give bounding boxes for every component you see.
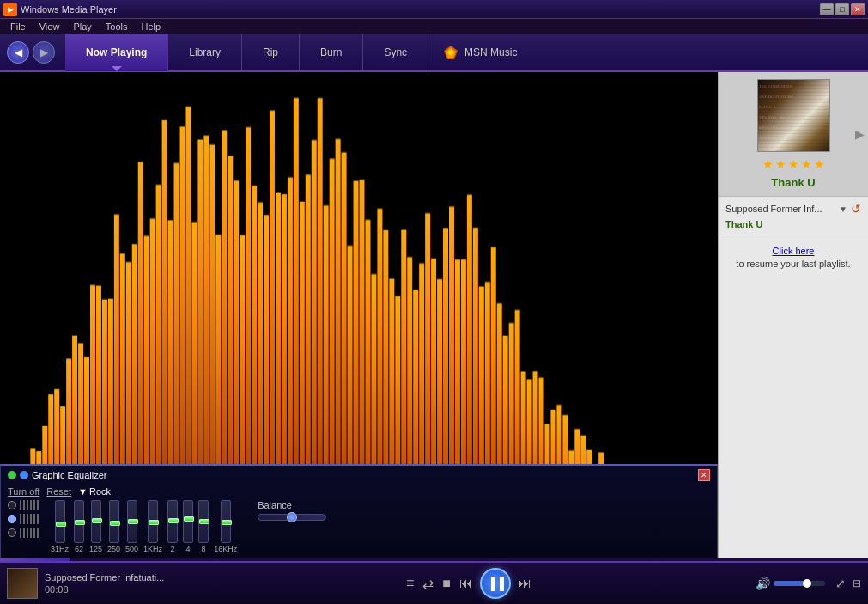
eq-radio-row-2 — [8, 514, 40, 524]
tab-library[interactable]: Library — [168, 34, 242, 71]
album-art-area: ▶ ★ ★ ★ ★ ★ Thank U — [719, 72, 868, 197]
next-track-arrow[interactable]: ▶ — [855, 127, 865, 141]
title-bar: ▶ Windows Media Player — □ ✕ — [0, 0, 868, 19]
stop-button[interactable]: ■ — [440, 574, 452, 593]
eq-title-bar: Graphic Equalizer ✕ — [8, 469, 710, 481]
album-art-overlay — [758, 80, 829, 151]
right-panel: ▶ ★ ★ ★ ★ ★ Thank U Supposed Former Inf.… — [718, 72, 868, 561]
eq-radio-2[interactable] — [8, 515, 16, 523]
eq-slider-4[interactable] — [127, 500, 137, 543]
eq-slider-label-4: 500 — [125, 545, 138, 553]
msn-logo-icon — [442, 44, 459, 61]
eq-preset-arrow: ▼ — [78, 486, 88, 497]
maximize-button[interactable]: □ — [835, 3, 849, 15]
eq-slider-9[interactable] — [221, 500, 231, 543]
tab-sync[interactable]: Sync — [363, 34, 428, 71]
minimize-button[interactable]: — — [820, 3, 834, 15]
visualizer-area: Graphic Equalizer ✕ Turn off Reset ▼ Roc… — [0, 72, 718, 561]
eq-slider-thumb-6 — [168, 518, 179, 523]
star-3: ★ — [788, 157, 799, 171]
eq-slider-group-9: 16KHz — [214, 500, 237, 553]
playlist-name: Supposed Former Inf... — [725, 204, 835, 214]
eq-preset-selector[interactable]: ▼ Rock — [78, 486, 111, 497]
resume-text: to resume your last playlist. — [725, 258, 861, 271]
star-2: ★ — [775, 157, 786, 171]
star-rating[interactable]: ★ ★ ★ ★ ★ — [762, 157, 825, 171]
eq-slider-thumb-9 — [222, 520, 232, 525]
eq-slider-thumb-4 — [128, 519, 138, 524]
eq-icon-2 — [20, 514, 40, 524]
eq-slider-2[interactable] — [91, 500, 101, 543]
app-title: Windows Media Player — [21, 4, 818, 15]
menu-play[interactable]: Play — [66, 19, 98, 34]
close-button[interactable]: ✕ — [851, 3, 865, 15]
menu-help[interactable]: Help — [134, 19, 167, 34]
eq-slider-8[interactable] — [198, 500, 209, 543]
menu-view[interactable]: View — [33, 19, 67, 34]
next-button[interactable]: ⏭ — [516, 574, 533, 593]
tab-rip[interactable]: Rip — [242, 34, 300, 71]
mini-player-button[interactable]: ⊟ — [853, 577, 861, 589]
equalizer-panel: Graphic Equalizer ✕ Turn off Reset ▼ Roc… — [0, 464, 718, 561]
eq-reset-button[interactable]: Reset — [46, 486, 71, 497]
eq-icon-3 — [20, 528, 40, 538]
transport-bar: Supposed Former Infatuati... 00:08 ≡ ⇄ ■… — [0, 561, 868, 604]
eq-sliders-section: 31Hz621252505001KHz24816KHz Balance — [8, 500, 710, 553]
eq-radio-row-1 — [8, 500, 40, 510]
eq-slider-label-6: 2 — [171, 545, 175, 553]
tab-msn-music[interactable]: MSN Music — [428, 34, 531, 71]
menu-file[interactable]: File — [3, 19, 33, 34]
eq-slider-6[interactable] — [167, 500, 178, 543]
fullscreen-button[interactable]: ⤢ — [835, 577, 846, 590]
eq-preset-label: Rock — [89, 486, 111, 497]
nav-bar: ◀ ▶ Now Playing Library Rip Burn Sync MS… — [0, 34, 868, 72]
eq-radio-row-3 — [8, 528, 40, 538]
eq-slider-7[interactable] — [183, 500, 193, 543]
click-here-link[interactable]: Click here — [773, 246, 815, 256]
pause-icon: ▐▐ — [487, 577, 504, 590]
eq-settings-button[interactable]: ≡ — [404, 574, 416, 593]
eq-slider-thumb-2 — [92, 518, 102, 523]
eq-slider-label-5: 1KHz — [143, 545, 162, 553]
eq-slider-thumb-5 — [149, 520, 159, 525]
eq-slider-3[interactable] — [109, 500, 119, 543]
track-info: Supposed Former Infatuati... 00:08 — [45, 572, 182, 595]
eq-slider-group-2: 125 — [89, 500, 102, 553]
forward-button[interactable]: ▶ — [33, 41, 55, 64]
transport-track-time: 00:08 — [45, 584, 182, 595]
nav-tabs: Now Playing Library Rip Burn Sync MSN Mu… — [65, 34, 861, 71]
tab-burn[interactable]: Burn — [300, 34, 363, 71]
eq-slider-thumb-3 — [110, 521, 120, 526]
transport-track-name: Supposed Former Infatuati... — [45, 572, 182, 583]
tab-now-playing[interactable]: Now Playing — [65, 34, 168, 71]
eq-close-button[interactable]: ✕ — [698, 469, 710, 481]
shuffle-button[interactable]: ⇄ — [421, 574, 435, 594]
eq-slider-label-1: 62 — [75, 545, 83, 553]
volume-area: 🔊 — [756, 577, 825, 590]
eq-slider-5[interactable] — [148, 500, 158, 543]
progress-bar[interactable] — [0, 558, 868, 561]
playlist-area: Supposed Former Inf... ▼ ↺ Thank U — [719, 197, 868, 235]
eq-slider-0[interactable] — [55, 500, 65, 543]
previous-button[interactable]: ⏮ — [458, 574, 475, 593]
eq-icon-1 — [20, 500, 40, 510]
volume-icon[interactable]: 🔊 — [756, 577, 770, 590]
msn-music-label: MSN Music — [464, 46, 517, 58]
playlist-dropdown-arrow: ▼ — [839, 204, 847, 214]
eq-radio-3[interactable] — [8, 528, 16, 537]
eq-slider-label-0: 31Hz — [51, 545, 69, 553]
eq-turnoff-button[interactable]: Turn off — [8, 486, 39, 497]
eq-dot-green — [8, 471, 16, 479]
balance-track[interactable] — [258, 514, 326, 521]
back-button[interactable]: ◀ — [7, 41, 29, 64]
menu-tools[interactable]: Tools — [99, 19, 135, 34]
play-pause-button[interactable]: ▐▐ — [480, 568, 511, 599]
playlist-dropdown[interactable]: Supposed Former Inf... ▼ ↺ — [725, 202, 861, 216]
eq-radio-1[interactable] — [8, 501, 16, 509]
transport-controls: ≡ ⇄ ■ ⏮ ▐▐ ⏭ — [189, 568, 749, 599]
eq-slider-1[interactable] — [74, 500, 84, 543]
volume-slider[interactable] — [774, 581, 825, 586]
playlist-refresh-icon[interactable]: ↺ — [851, 202, 861, 216]
eq-slider-label-3: 250 — [107, 545, 120, 553]
eq-slider-group-1: 62 — [74, 500, 84, 553]
